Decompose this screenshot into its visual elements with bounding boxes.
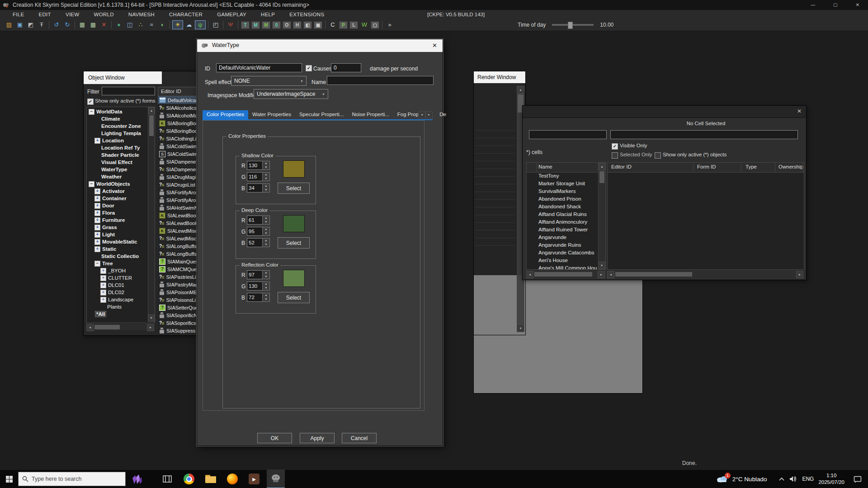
color-g-value[interactable]: 116 [247, 172, 263, 181]
editor-id-row[interactable]: SIASoporificN [158, 311, 197, 319]
editor-id-row[interactable]: SIAAlcoholMa [158, 112, 197, 119]
weather-label[interactable]: 2°C Nublado [732, 476, 767, 483]
tree-item-container[interactable]: +Container [87, 195, 155, 202]
cube-zero-icon[interactable]: 0 [272, 21, 281, 29]
cell-filter-input[interactable] [610, 130, 798, 139]
apply-button[interactable]: Apply [300, 433, 335, 443]
tree-expander-icon[interactable]: + [94, 225, 100, 230]
tree-item-watertype[interactable]: WaterType [87, 166, 155, 173]
task-view-button[interactable] [158, 470, 176, 488]
color-r-value[interactable]: 130 [247, 161, 263, 170]
name-column-header[interactable]: Name [538, 164, 552, 169]
dialogue-icon[interactable]: ◰ [211, 20, 221, 29]
taskbar-app-creation-kit-active[interactable] [267, 469, 285, 488]
tree-item-location[interactable]: +Location [87, 137, 155, 144]
papyrus-icon[interactable]: Ψ [226, 20, 236, 29]
menu-gameplay[interactable]: GAMEPLAY [210, 12, 254, 17]
watertype-titlebar[interactable]: WaterType ✕ [197, 39, 443, 52]
menu-file[interactable]: FILE [5, 12, 32, 17]
taskbar-app-explorer[interactable] [202, 470, 220, 488]
tree-expander-icon[interactable]: + [94, 217, 100, 223]
tree-expander-icon[interactable]: + [94, 210, 100, 216]
color-swatch[interactable] [283, 270, 305, 287]
tab-specular-properti[interactable]: Specular Properti... [295, 110, 348, 119]
spinner-down-icon[interactable]: ▼ [263, 286, 269, 290]
scroll-up-icon[interactable]: ▲ [599, 163, 605, 170]
letter-w-icon[interactable]: W [359, 20, 369, 29]
weather-icon[interactable]: 1 [716, 474, 728, 484]
tree-item-movablestatic[interactable]: +MovableStatic [87, 238, 155, 245]
tree-expander-icon[interactable]: + [94, 138, 100, 144]
color-g-spinner[interactable]: ▲▼ [262, 172, 270, 181]
tree-item-landscape[interactable]: +Landscape [87, 296, 155, 303]
minimize-icon[interactable]: — [802, 0, 823, 10]
worldspace-input[interactable] [529, 130, 607, 139]
editor-id-row[interactable]: SIAColdSwim [158, 142, 197, 150]
select-color-button[interactable]: Select [278, 237, 310, 249]
tree-item-clutter[interactable]: +CLUTTER [87, 274, 155, 282]
spinner-down-icon[interactable]: ▼ [263, 165, 269, 169]
cube-l-icon[interactable]: L [349, 21, 358, 29]
scroll-down-icon[interactable]: ▼ [148, 314, 155, 322]
snap-grid-icon[interactable]: ▦ [77, 20, 87, 29]
cube-box-icon[interactable]: ▢ [371, 21, 379, 29]
tree-expander-icon[interactable]: + [94, 203, 100, 209]
scroll-left-icon[interactable]: ◄ [86, 324, 94, 331]
editor-id-row[interactable]: SIAFortifyAro [158, 196, 197, 204]
scrollbar-thumb[interactable] [534, 272, 592, 277]
scrollbar-thumb[interactable] [149, 115, 154, 136]
scrollbar-thumb[interactable] [615, 272, 692, 277]
cancel-button[interactable]: Cancel [342, 433, 377, 443]
causes-checkbox[interactable]: ✓ [306, 65, 312, 71]
editor-id-row[interactable]: SIAPastryMag [158, 281, 197, 288]
scrollbar-thumb[interactable] [599, 171, 604, 183]
scroll-down-icon[interactable]: ▼ [517, 324, 524, 332]
cell-row-angarvunde-ruins[interactable]: Angarvunde Ruins [527, 241, 598, 249]
tree-item-static-collectio[interactable]: Static Collectio [87, 253, 155, 260]
tree-expander-icon[interactable]: + [100, 297, 106, 303]
editor-id-row[interactable]: ?≡SIAPastriesLi [158, 273, 197, 281]
object-window-titlebar[interactable]: Object Window [84, 71, 162, 84]
color-r-spinner[interactable]: ▲▼ [262, 161, 270, 170]
scroll-right-icon[interactable]: ► [598, 271, 605, 278]
menu-world[interactable]: WORLD [87, 12, 121, 17]
editor-id-row[interactable]: ?≡SIADrugsList [158, 181, 197, 188]
letter-c-icon[interactable]: C [328, 20, 338, 29]
visible-only-checkbox[interactable]: ✓ [612, 143, 618, 150]
editor-id-row[interactable]: KSIALewdMisc [158, 227, 197, 235]
clouds-icon[interactable]: ☁ [184, 20, 194, 29]
tab-color-properties[interactable]: Color Properties [203, 110, 248, 119]
cell-row-abandoned-prison[interactable]: Abandoned Prison [527, 195, 598, 203]
clock[interactable]: 1:10 2025/07/20 [818, 472, 844, 486]
tree-item-shader-particle[interactable]: Shader Particle [87, 151, 155, 159]
tree-expander-icon[interactable]: + [94, 196, 100, 202]
tab-water-properties[interactable]: Water Properties [248, 110, 295, 119]
editor-id-row[interactable]: SIAPoisonME [158, 288, 197, 296]
color-g-value[interactable]: 95 [247, 227, 263, 236]
select-color-button[interactable]: Select [278, 292, 310, 303]
spinner-up-icon[interactable]: ▲ [263, 184, 269, 188]
editor-id-row[interactable]: ?≡SIALongBuffs [158, 242, 197, 250]
scroll-right-icon[interactable]: ► [147, 324, 154, 331]
close-icon[interactable]: ✕ [797, 108, 802, 114]
spinner-down-icon[interactable]: ▼ [263, 220, 269, 224]
tree-item-dlc02[interactable]: +DLC02 [87, 289, 155, 296]
spinner-up-icon[interactable]: ▲ [263, 293, 269, 297]
close-icon[interactable]: ✕ [847, 0, 868, 10]
tree-expander-icon[interactable]: + [94, 246, 100, 252]
tree-item-encounter-zone[interactable]: Encounter Zone [87, 122, 155, 130]
form-id-column-header[interactable]: Form ID [697, 164, 716, 169]
spinner-up-icon[interactable]: ▲ [263, 271, 269, 275]
editor-id-row[interactable]: ?≡SIAAlcoholics [158, 104, 197, 112]
menu-help[interactable]: HELP [254, 12, 282, 17]
cell-row-marker-storage-unit[interactable]: Marker Storage Unit [527, 180, 598, 188]
tree-expander-icon[interactable]: − [89, 181, 94, 187]
color-b-value[interactable]: 34 [247, 183, 263, 192]
cell-row-survivalmarkers[interactable]: SurvivalMarkers [527, 188, 598, 195]
show-active-objects-checkbox[interactable] [655, 152, 661, 159]
cube-m-icon[interactable]: M [251, 21, 260, 29]
color-g-value[interactable]: 130 [247, 282, 263, 291]
tree-item-plants[interactable]: Plants [87, 303, 155, 310]
lights-icon[interactable]: ☀ [172, 20, 183, 29]
tree-item-dlc01[interactable]: +DLC01 [87, 282, 155, 289]
